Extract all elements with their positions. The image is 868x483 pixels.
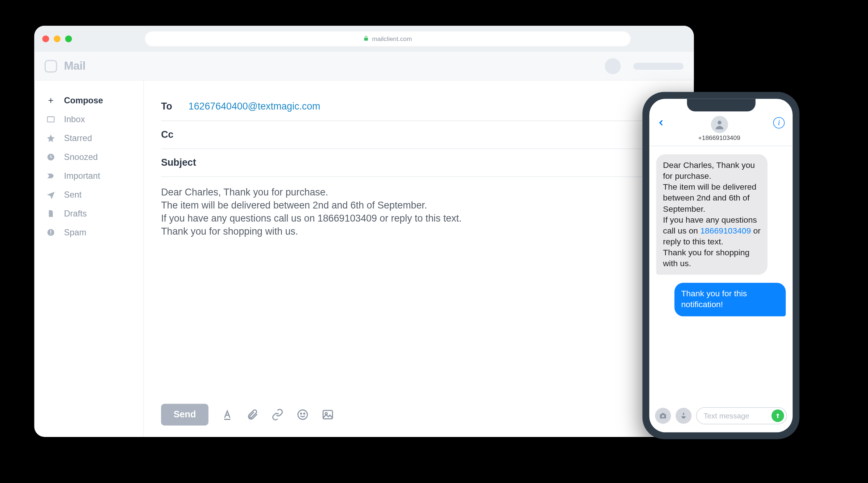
sidebar-item-label: Starred — [64, 133, 92, 143]
sidebar-item-starred[interactable]: Starred — [34, 128, 144, 147]
svg-point-7 — [304, 413, 305, 414]
sidebar-item-drafts[interactable]: Drafts — [34, 204, 144, 223]
compose-body[interactable]: Dear Charles, Thank you for purchase. Th… — [161, 177, 677, 398]
phone-notch — [687, 99, 755, 111]
svg-point-6 — [301, 413, 302, 414]
text-format-icon[interactable] — [221, 408, 234, 421]
mail-browser-window: mailclient.com Mail Compose — [34, 26, 694, 437]
alert-icon — [46, 228, 56, 237]
svg-rect-8 — [323, 410, 332, 419]
svg-point-11 — [662, 415, 664, 417]
send-icon — [46, 190, 56, 199]
emoji-icon[interactable] — [297, 408, 309, 421]
subject-field-row[interactable]: Subject — [161, 149, 677, 177]
svg-point-10 — [717, 121, 721, 125]
file-icon — [46, 209, 56, 218]
lock-icon — [363, 36, 369, 42]
clock-icon — [46, 152, 56, 161]
url-host-text: mailclient.com — [372, 36, 412, 42]
sidebar-item-compose[interactable]: Compose — [34, 91, 144, 110]
inbox-icon — [46, 115, 56, 124]
incoming-text-pre: Dear Charles, Thank you for purchase. Th… — [663, 161, 757, 235]
close-window-icon[interactable] — [42, 36, 49, 42]
camera-icon[interactable] — [655, 408, 671, 424]
browser-chrome: mailclient.com — [34, 26, 694, 52]
sidebar-item-label: Sent — [64, 190, 82, 199]
compose-pane: To 16267640400@textmagic.com Cc Subject … — [144, 80, 694, 437]
sidebar-item-spam[interactable]: Spam — [34, 223, 144, 242]
cc-field-row[interactable]: Cc — [161, 121, 677, 149]
sidebar-item-label: Compose — [64, 95, 103, 105]
to-field-row[interactable]: To 16267640400@textmagic.com — [161, 93, 677, 121]
incoming-message[interactable]: Dear Charles, Thank you for purchase. Th… — [656, 154, 768, 275]
sidebar-item-label: Inbox — [64, 114, 85, 124]
sidebar-item-snoozed[interactable]: Snoozed — [34, 147, 144, 166]
maximize-window-icon[interactable] — [65, 36, 72, 42]
star-icon — [46, 133, 56, 143]
svg-point-5 — [298, 410, 307, 419]
sidebar-item-important[interactable]: Important — [34, 166, 144, 185]
mail-app-icon — [45, 60, 57, 73]
message-input-row: Text message — [649, 401, 793, 432]
outgoing-message[interactable]: Thank you for this notification! — [674, 283, 786, 316]
contact-avatar-icon — [711, 116, 728, 133]
contact-number: +18669103409 — [698, 134, 740, 141]
sidebar-item-sent[interactable]: Sent — [34, 185, 144, 204]
sidebar-item-label: Important — [64, 171, 100, 181]
message-input[interactable]: Text message — [696, 407, 787, 424]
phone-screen: +18669103409 i Dear Charles, Thank you f… — [649, 99, 793, 432]
to-recipient[interactable]: 16267640400@textmagic.com — [189, 101, 321, 113]
minimize-window-icon[interactable] — [54, 36, 61, 42]
svg-rect-3 — [50, 230, 51, 233]
sidebar-item-label: Spam — [64, 227, 86, 237]
appstore-icon[interactable] — [675, 408, 691, 424]
url-bar[interactable]: mailclient.com — [145, 32, 630, 46]
subject-label: Subject — [161, 157, 196, 169]
incoming-phone-link[interactable]: 18669103409 — [700, 226, 751, 235]
back-icon[interactable] — [657, 116, 665, 132]
link-icon[interactable] — [271, 408, 284, 421]
sidebar-item-label: Drafts — [64, 209, 87, 218]
svg-rect-0 — [47, 116, 54, 122]
send-message-icon[interactable] — [772, 409, 784, 422]
send-button[interactable]: Send — [161, 404, 208, 426]
mail-app-title: Mail — [64, 59, 85, 73]
svg-rect-4 — [50, 234, 51, 234]
phone-mockup: +18669103409 i Dear Charles, Thank you f… — [642, 92, 799, 439]
attachment-icon[interactable] — [246, 408, 259, 421]
image-icon[interactable] — [322, 408, 334, 421]
user-avatar[interactable] — [605, 58, 621, 74]
mail-sidebar: Compose Inbox Starred — [34, 80, 144, 437]
contact-header[interactable]: +18669103409 — [665, 116, 773, 141]
plus-icon — [46, 96, 56, 104]
info-icon[interactable]: i — [773, 117, 785, 129]
tag-icon — [46, 171, 56, 180]
mail-app-header: Mail — [34, 52, 694, 80]
user-name-placeholder — [633, 62, 684, 69]
window-controls — [42, 36, 72, 42]
cc-label: Cc — [161, 129, 179, 141]
compose-toolbar: Send — [161, 398, 677, 426]
message-input-placeholder: Text message — [703, 412, 749, 420]
to-label: To — [161, 101, 179, 113]
sidebar-item-label: Snoozed — [64, 152, 98, 162]
sidebar-item-inbox[interactable]: Inbox — [34, 110, 144, 128]
message-thread[interactable]: Dear Charles, Thank you for purchase. Th… — [649, 146, 793, 401]
